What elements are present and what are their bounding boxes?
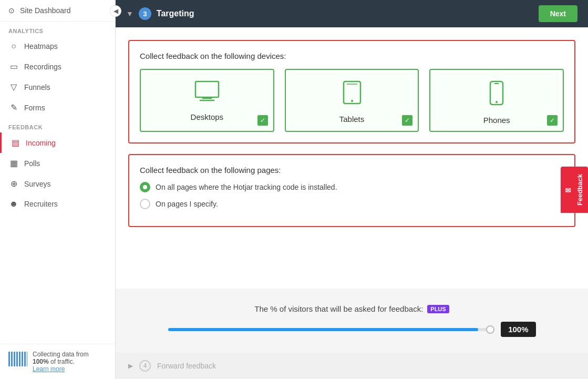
pages-section-title: Collect feedback on the following pages: — [140, 166, 564, 175]
radio-specific-pages-label: On pages I specify. — [156, 200, 218, 208]
radio-all-pages[interactable]: On all pages where the Hotjar tracking c… — [140, 182, 564, 192]
header-left: ▼ 3 Targeting — [126, 7, 194, 20]
analytics-section-label: ANALYTICS — [0, 22, 115, 36]
radio-all-pages-label: On all pages where the Hotjar tracking c… — [156, 183, 337, 191]
forward-section: ▶ 4 Forward feedback — [116, 353, 588, 379]
recordings-icon: ▭ — [8, 62, 19, 71]
chevron-down-icon[interactable]: ▼ — [126, 9, 133, 18]
feedback-tab[interactable]: ✉ Feedback — [561, 167, 588, 213]
sidebar-item-funnels[interactable]: ▽ Funnels — [0, 77, 115, 97]
next-button[interactable]: Next — [539, 5, 577, 22]
traffic-percentage: 100% — [33, 358, 49, 365]
visitor-label: The % of visitors that will be asked for… — [128, 304, 575, 313]
slider-container: 100% — [168, 322, 536, 337]
slider-fill — [168, 328, 479, 331]
radio-specific-pages[interactable]: On pages I specify. — [140, 199, 564, 209]
desktop-icon — [194, 80, 220, 107]
dashboard-icon: ⊙ — [8, 6, 15, 15]
device-card-desktops[interactable]: Desktops ✓ — [140, 69, 274, 132]
learn-more-link[interactable]: Learn more — [33, 365, 65, 373]
surveys-icon: ⊕ — [8, 179, 19, 189]
radio-specific-pages-button[interactable] — [140, 199, 150, 209]
svg-rect-0 — [195, 81, 219, 97]
traffic-chart-icon — [8, 352, 27, 366]
recruiters-icon: ☻ — [8, 199, 19, 209]
content-area: Collect feedback on the following device… — [116, 27, 588, 289]
forward-feedback-label: Forward feedback — [157, 362, 216, 370]
site-dashboard-item[interactable]: ⊙ Site Dashboard — [0, 0, 115, 22]
sidebar-item-label: Funnels — [24, 83, 50, 91]
svg-point-8 — [496, 101, 498, 103]
forms-icon: ✎ — [8, 103, 19, 112]
plus-badge: PLUS — [427, 305, 449, 313]
feedback-tab-label: Feedback — [576, 174, 584, 206]
slider-thumb[interactable] — [486, 325, 494, 334]
sidebar-item-label: Heatmaps — [24, 42, 58, 50]
pages-section: Collect feedback on the following pages:… — [128, 154, 575, 227]
play-icon[interactable]: ▶ — [128, 362, 133, 370]
incoming-icon: ▤ — [10, 138, 20, 148]
heatmaps-icon: ○ — [8, 42, 19, 51]
desktop-checkmark: ✓ — [257, 115, 268, 126]
tablet-icon — [343, 80, 362, 109]
devices-section: Collect feedback on the following device… — [128, 40, 575, 144]
sidebar-item-recordings[interactable]: ▭ Recordings — [0, 56, 115, 77]
tablet-checkmark: ✓ — [402, 115, 412, 126]
site-dashboard-label: Site Dashboard — [20, 6, 71, 15]
sidebar-item-polls[interactable]: ▦ Polls — [0, 153, 115, 173]
sidebar-item-label: Forms — [24, 104, 45, 112]
sidebar-bottom-info: Collecting data from 100% of traffic. Le… — [0, 344, 115, 379]
sidebar-item-heatmaps[interactable]: ○ Heatmaps — [0, 36, 115, 56]
slider-value: 100% — [501, 322, 535, 337]
desktop-label: Desktops — [191, 112, 224, 121]
feedback-section-label: FEEDBACK — [0, 118, 115, 132]
sidebar-item-label: Recruiters — [24, 200, 58, 208]
device-cards-container: Desktops ✓ Tablets ✓ — [140, 69, 564, 132]
forward-step-number: 4 — [139, 360, 151, 372]
radio-all-pages-button[interactable] — [140, 182, 150, 192]
targeting-header: ▼ 3 Targeting Next — [116, 0, 588, 27]
sidebar-item-surveys[interactable]: ⊕ Surveys — [0, 173, 115, 194]
feedback-tab-icon: ✉ — [565, 186, 573, 193]
device-card-tablets[interactable]: Tablets ✓ — [285, 69, 419, 132]
svg-point-5 — [351, 100, 353, 102]
tablet-label: Tablets — [339, 115, 365, 124]
section-title: Targeting — [157, 9, 194, 18]
funnels-icon: ▽ — [8, 82, 19, 92]
visitor-section: The % of visitors that will be asked for… — [116, 289, 588, 353]
sidebar-item-label: Incoming — [26, 139, 56, 147]
phone-checkmark: ✓ — [547, 115, 558, 126]
slider-track — [168, 328, 495, 331]
polls-icon: ▦ — [8, 158, 19, 168]
sidebar-item-label: Polls — [24, 159, 40, 168]
phone-label: Phones — [483, 116, 510, 125]
sidebar-item-forms[interactable]: ✎ Forms — [0, 97, 115, 118]
sidebar-toggle[interactable]: ◀ — [110, 5, 121, 17]
phone-icon — [489, 80, 504, 110]
sidebar-item-recruiters[interactable]: ☻ Recruiters — [0, 194, 115, 214]
devices-section-title: Collect feedback on the following device… — [140, 52, 564, 60]
sidebar: ◀ ⊙ Site Dashboard ANALYTICS ○ Heatmaps … — [0, 0, 116, 379]
sidebar-item-incoming[interactable]: ▤ Incoming — [0, 132, 115, 153]
main-content: ▼ 3 Targeting Next Collect feedback on t… — [116, 0, 588, 379]
step-number-badge: 3 — [139, 7, 151, 20]
sidebar-bottom-text: Collecting data from 100% of traffic. Le… — [33, 351, 89, 373]
sidebar-item-label: Recordings — [24, 63, 61, 71]
sidebar-item-label: Surveys — [24, 180, 51, 188]
device-card-phones[interactable]: Phones ✓ — [429, 69, 564, 132]
visitor-label-text: The % of visitors that will be asked for… — [254, 304, 423, 313]
